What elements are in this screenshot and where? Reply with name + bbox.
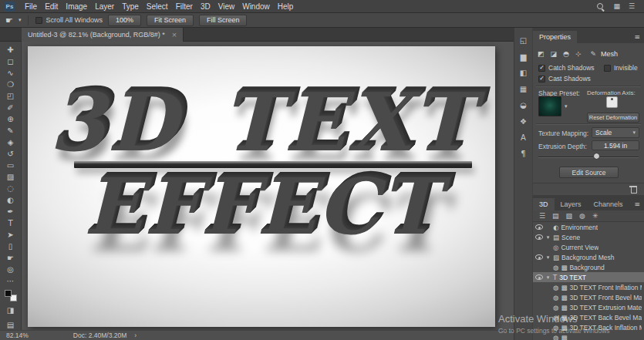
3d-item-background[interactable]: ◍▩Background bbox=[533, 262, 644, 272]
coordinates-icon[interactable]: ⊹ bbox=[575, 50, 582, 58]
blur-tool[interactable]: ◌ bbox=[2, 183, 19, 194]
visibility-eye-icon[interactable] bbox=[535, 254, 543, 260]
histogram-panel-icon[interactable]: ▆ bbox=[518, 52, 530, 62]
cap-icon[interactable]: ◓ bbox=[563, 50, 569, 58]
character-panel-icon[interactable]: A bbox=[518, 133, 530, 143]
marquee-tool[interactable]: ◻ bbox=[2, 56, 19, 67]
path-selection-tool[interactable]: ➤ bbox=[2, 229, 19, 241]
delete-icon[interactable] bbox=[629, 185, 637, 194]
screen-mode-icon[interactable]: ▤ bbox=[2, 319, 19, 331]
menu-item-layer[interactable]: Layer bbox=[91, 0, 118, 13]
tab-channels[interactable]: Channels bbox=[588, 198, 629, 210]
menu-item-select[interactable]: Select bbox=[143, 0, 172, 13]
3d-item-current-view[interactable]: ◎Current View bbox=[533, 242, 644, 252]
lasso-tool[interactable]: ∿ bbox=[2, 67, 19, 79]
menu-item-view[interactable]: View bbox=[214, 0, 239, 13]
menu-item-window[interactable]: Window bbox=[238, 0, 274, 13]
crop-tool[interactable]: ◰ bbox=[2, 90, 19, 102]
scroll-all-windows-checkbox[interactable]: Scroll All Windows bbox=[35, 16, 103, 24]
reset-deformation-button[interactable]: Reset Deformation bbox=[587, 113, 639, 123]
filter-lights-icon[interactable]: ✳ bbox=[592, 212, 598, 220]
edit-mesh-icon[interactable]: ✎ bbox=[590, 50, 596, 58]
healing-brush-tool[interactable]: ⊕ bbox=[2, 113, 19, 125]
3d-item-3d-text-back-bevel-material[interactable]: ◍▩3D TEXT Back Bevel Material bbox=[533, 312, 644, 322]
menu-item-edit[interactable]: Edit bbox=[41, 0, 62, 13]
invisible-checkbox[interactable]: Invisible bbox=[604, 64, 638, 72]
expander-icon[interactable]: ▾ bbox=[545, 254, 551, 261]
tab-3d[interactable]: 3D bbox=[533, 198, 555, 210]
mesh-icon[interactable]: ◩ bbox=[538, 50, 545, 58]
3d-panel-menu-icon[interactable]: ≡ bbox=[634, 200, 640, 208]
document-tab[interactable]: Untitled-3 @ 82.1% (Background, RGB/8#) … bbox=[22, 28, 184, 42]
3d-item-scene[interactable]: ▾▤Scene bbox=[533, 232, 644, 242]
3d-item-3d-text-front-inflation-mat[interactable]: ◍▩3D TEXT Front Inflation Mat... bbox=[533, 282, 644, 292]
3d-item-background-mesh[interactable]: ▾▧Background Mesh bbox=[533, 252, 644, 262]
tool-preset-dropdown-icon[interactable]: ▾ bbox=[19, 17, 22, 23]
document-canvas[interactable]: 3D TEXT EFFECT bbox=[28, 46, 495, 327]
expander-icon[interactable]: ▾ bbox=[545, 234, 551, 241]
move-tool[interactable]: ✚ bbox=[2, 44, 19, 56]
properties-panel-menu-icon[interactable]: ≡ bbox=[634, 33, 640, 41]
deform-icon[interactable]: ◪ bbox=[551, 50, 558, 58]
color-swatches[interactable] bbox=[5, 290, 17, 301]
dodge-tool[interactable]: ◐ bbox=[2, 194, 19, 206]
visibility-eye-icon[interactable] bbox=[535, 274, 543, 280]
menu-item-filter[interactable]: Filter bbox=[172, 0, 197, 13]
zoom-level[interactable]: 82.14% bbox=[6, 332, 29, 339]
tab-layers[interactable]: Layers bbox=[555, 198, 588, 210]
3d-item-3d-text-extrusion-material[interactable]: ◍▩3D TEXT Extrusion Material bbox=[533, 302, 644, 312]
swatches-panel-icon[interactable]: ▦ bbox=[518, 84, 530, 94]
3d-item-item[interactable]: ◍▩ bbox=[533, 332, 644, 340]
gradient-tool[interactable]: ▨ bbox=[2, 171, 19, 183]
3d-item-3d-text-front-bevel-material[interactable]: ◍▩3D TEXT Front Bevel Material bbox=[533, 292, 644, 302]
menu-item-help[interactable]: Help bbox=[274, 0, 298, 13]
shape-preset-dropdown-icon[interactable]: ▾ bbox=[565, 103, 568, 109]
3d-item-environment[interactable]: ◐Environment bbox=[533, 222, 644, 232]
styles-panel-icon[interactable]: ❖ bbox=[518, 116, 530, 126]
pen-tool[interactable]: ✒ bbox=[2, 206, 19, 217]
history-brush-tool[interactable]: ↺ bbox=[2, 148, 19, 160]
foreground-color-swatch[interactable] bbox=[5, 290, 12, 297]
zoom-100-button[interactable]: 100% bbox=[108, 15, 141, 26]
clone-stamp-tool[interactable]: ◈ bbox=[2, 136, 19, 148]
workspace-switcher-icon[interactable]: ▦ bbox=[613, 2, 620, 10]
shape-tool[interactable]: ▯ bbox=[2, 241, 19, 252]
menu-item-3d[interactable]: 3D bbox=[197, 0, 214, 13]
deformation-axis-widget[interactable] bbox=[606, 96, 618, 108]
edit-source-button[interactable]: Edit Source bbox=[559, 167, 619, 178]
eraser-tool[interactable]: ▭ bbox=[2, 160, 19, 171]
adjustments-panel-icon[interactable]: ◒ bbox=[518, 100, 530, 110]
3d-item-3d-text-back-inflation-mate[interactable]: ◍▩3D TEXT Back Inflation Mate... bbox=[533, 322, 644, 332]
brush-tool[interactable]: ✎ bbox=[2, 125, 19, 136]
menu-item-type[interactable]: Type bbox=[118, 0, 143, 13]
status-flyout-icon[interactable]: › bbox=[134, 332, 137, 339]
extrusion-depth-slider-thumb[interactable] bbox=[593, 153, 600, 160]
visibility-eye-icon[interactable] bbox=[535, 224, 543, 230]
fit-screen-button[interactable]: Fit Screen bbox=[147, 15, 194, 26]
app-menu-icon[interactable]: ☰ bbox=[629, 2, 635, 10]
quick-mask-icon[interactable]: ◨ bbox=[2, 305, 19, 316]
navigator-panel-icon[interactable]: ◱ bbox=[518, 35, 530, 45]
visibility-eye-icon[interactable] bbox=[535, 234, 543, 240]
extrusion-depth-slider[interactable] bbox=[538, 157, 639, 158]
color-panel-icon[interactable]: ◧ bbox=[518, 68, 530, 78]
cast-shadows-checkbox[interactable]: ✓ Cast Shadows bbox=[538, 75, 591, 82]
fill-screen-button[interactable]: Fill Screen bbox=[199, 15, 248, 26]
3d-item-3d-text[interactable]: ▾T3D TEXT bbox=[533, 272, 644, 282]
zoom-tool[interactable]: ◎ bbox=[2, 264, 19, 275]
type-tool[interactable]: T bbox=[2, 217, 19, 229]
catch-shadows-checkbox[interactable]: ✓ Catch Shadows bbox=[538, 64, 595, 72]
quick-selection-tool[interactable]: ❍ bbox=[2, 79, 19, 90]
eyedropper-tool[interactable]: ✐ bbox=[2, 102, 19, 113]
filter-meshes-icon[interactable]: ▧ bbox=[566, 212, 573, 220]
filter-scene-icon[interactable]: ▤ bbox=[552, 212, 559, 220]
filter-materials-icon[interactable]: ◍ bbox=[579, 212, 585, 220]
tab-close-icon[interactable]: × bbox=[172, 31, 177, 39]
tab-properties[interactable]: Properties bbox=[533, 31, 577, 43]
expander-icon[interactable]: ▾ bbox=[545, 274, 551, 281]
extrusion-depth-field[interactable]: 1.594 in bbox=[592, 140, 639, 150]
shape-preset-thumbnail[interactable] bbox=[538, 96, 561, 116]
edit-toolbar-icon[interactable]: ⋯ bbox=[2, 275, 19, 287]
menu-item-file[interactable]: File bbox=[21, 0, 41, 13]
hand-tool[interactable]: ☛ bbox=[2, 252, 19, 264]
